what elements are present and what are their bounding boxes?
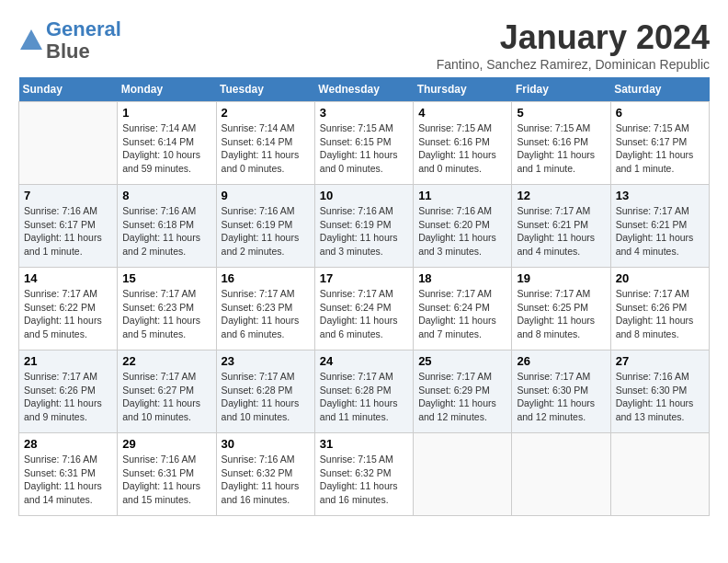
day-info: Sunrise: 7:17 AM Sunset: 6:28 PM Dayligh…	[320, 370, 408, 424]
calendar-cell: 15Sunrise: 7:17 AM Sunset: 6:23 PM Dayli…	[118, 268, 216, 350]
day-number: 10	[320, 189, 408, 202]
day-info: Sunrise: 7:15 AM Sunset: 6:16 PM Dayligh…	[517, 121, 605, 176]
logo: General Blue	[18, 18, 121, 63]
day-info: Sunrise: 7:15 AM Sunset: 6:16 PM Dayligh…	[418, 121, 506, 176]
calendar-cell: 28Sunrise: 7:16 AM Sunset: 6:31 PM Dayli…	[19, 433, 118, 516]
weekday-header-friday: Friday	[512, 77, 610, 102]
weekday-header-saturday: Saturday	[610, 77, 709, 102]
weekday-header-wednesday: Wednesday	[314, 77, 413, 102]
weekday-header-row: SundayMondayTuesdayWednesdayThursdayFrid…	[19, 77, 710, 102]
calendar-cell: 5Sunrise: 7:15 AM Sunset: 6:16 PM Daylig…	[512, 102, 610, 185]
day-info: Sunrise: 7:16 AM Sunset: 6:31 PM Dayligh…	[24, 453, 112, 507]
calendar-cell: 11Sunrise: 7:16 AM Sunset: 6:20 PM Dayli…	[414, 185, 512, 268]
day-number: 29	[122, 437, 210, 451]
day-info: Sunrise: 7:17 AM Sunset: 6:26 PM Dayligh…	[24, 370, 112, 424]
calendar-cell: 25Sunrise: 7:17 AM Sunset: 6:29 PM Dayli…	[414, 350, 512, 433]
day-number: 7	[24, 189, 112, 202]
day-info: Sunrise: 7:16 AM Sunset: 6:19 PM Dayligh…	[320, 204, 408, 259]
svg-marker-0	[20, 29, 42, 50]
calendar-week-row: 14Sunrise: 7:17 AM Sunset: 6:22 PM Dayli…	[19, 268, 710, 350]
calendar-table: SundayMondayTuesdayWednesdayThursdayFrid…	[18, 77, 710, 516]
day-number: 3	[320, 106, 408, 120]
day-info: Sunrise: 7:17 AM Sunset: 6:26 PM Dayligh…	[616, 287, 704, 341]
day-info: Sunrise: 7:15 AM Sunset: 6:32 PM Dayligh…	[320, 453, 408, 507]
day-info: Sunrise: 7:17 AM Sunset: 6:27 PM Dayligh…	[122, 370, 210, 424]
day-number: 2	[222, 106, 310, 120]
calendar-cell: 12Sunrise: 7:17 AM Sunset: 6:21 PM Dayli…	[512, 185, 610, 268]
day-info: Sunrise: 7:15 AM Sunset: 6:15 PM Dayligh…	[320, 121, 408, 176]
logo-icon	[18, 28, 44, 53]
calendar-cell: 21Sunrise: 7:17 AM Sunset: 6:26 PM Dayli…	[19, 350, 118, 433]
day-info: Sunrise: 7:14 AM Sunset: 6:14 PM Dayligh…	[222, 121, 310, 176]
day-number: 31	[320, 437, 408, 451]
calendar-cell: 6Sunrise: 7:15 AM Sunset: 6:17 PM Daylig…	[610, 102, 709, 185]
calendar-cell: 14Sunrise: 7:17 AM Sunset: 6:22 PM Dayli…	[19, 268, 118, 350]
calendar-cell: 29Sunrise: 7:16 AM Sunset: 6:31 PM Dayli…	[118, 433, 216, 516]
day-info: Sunrise: 7:17 AM Sunset: 6:24 PM Dayligh…	[320, 287, 408, 341]
calendar-cell: 17Sunrise: 7:17 AM Sunset: 6:24 PM Dayli…	[314, 268, 413, 350]
calendar-week-row: 28Sunrise: 7:16 AM Sunset: 6:31 PM Dayli…	[19, 433, 710, 516]
day-number: 13	[616, 189, 704, 202]
calendar-cell: 13Sunrise: 7:17 AM Sunset: 6:21 PM Dayli…	[610, 185, 709, 268]
day-number: 5	[517, 106, 605, 120]
calendar-cell: 30Sunrise: 7:16 AM Sunset: 6:32 PM Dayli…	[216, 433, 314, 516]
day-number: 1	[122, 106, 210, 120]
calendar-week-row: 7Sunrise: 7:16 AM Sunset: 6:17 PM Daylig…	[19, 185, 710, 268]
calendar-cell: 31Sunrise: 7:15 AM Sunset: 6:32 PM Dayli…	[314, 433, 413, 516]
calendar-cell: 27Sunrise: 7:16 AM Sunset: 6:30 PM Dayli…	[610, 350, 709, 433]
day-number: 12	[517, 189, 605, 202]
day-number: 24	[320, 354, 408, 368]
day-number: 30	[222, 437, 310, 451]
day-info: Sunrise: 7:16 AM Sunset: 6:31 PM Dayligh…	[122, 453, 210, 507]
calendar-week-row: 1Sunrise: 7:14 AM Sunset: 6:14 PM Daylig…	[19, 102, 710, 185]
day-info: Sunrise: 7:17 AM Sunset: 6:28 PM Dayligh…	[222, 370, 310, 424]
day-number: 21	[24, 354, 112, 368]
day-info: Sunrise: 7:17 AM Sunset: 6:22 PM Dayligh…	[24, 287, 112, 341]
day-number: 17	[320, 271, 408, 285]
day-number: 6	[616, 106, 704, 120]
calendar-week-row: 21Sunrise: 7:17 AM Sunset: 6:26 PM Dayli…	[19, 350, 710, 433]
day-info: Sunrise: 7:14 AM Sunset: 6:14 PM Dayligh…	[122, 121, 210, 176]
location-subtitle: Fantino, Sanchez Ramirez, Dominican Repu…	[437, 57, 710, 72]
day-number: 11	[418, 189, 506, 202]
day-number: 19	[517, 271, 605, 285]
day-number: 23	[222, 354, 310, 368]
calendar-cell: 2Sunrise: 7:14 AM Sunset: 6:14 PM Daylig…	[216, 102, 314, 185]
day-info: Sunrise: 7:17 AM Sunset: 6:23 PM Dayligh…	[222, 287, 310, 341]
calendar-cell	[610, 433, 709, 516]
day-info: Sunrise: 7:17 AM Sunset: 6:21 PM Dayligh…	[616, 204, 704, 259]
day-info: Sunrise: 7:16 AM Sunset: 6:30 PM Dayligh…	[616, 370, 704, 424]
month-title: January 2024	[437, 18, 710, 57]
day-number: 9	[222, 189, 310, 202]
day-info: Sunrise: 7:17 AM Sunset: 6:23 PM Dayligh…	[122, 287, 210, 341]
calendar-cell: 24Sunrise: 7:17 AM Sunset: 6:28 PM Dayli…	[314, 350, 413, 433]
calendar-cell: 26Sunrise: 7:17 AM Sunset: 6:30 PM Dayli…	[512, 350, 610, 433]
logo-text: General Blue	[46, 18, 121, 63]
calendar-cell: 18Sunrise: 7:17 AM Sunset: 6:24 PM Dayli…	[414, 268, 512, 350]
calendar-cell: 1Sunrise: 7:14 AM Sunset: 6:14 PM Daylig…	[118, 102, 216, 185]
calendar-cell: 20Sunrise: 7:17 AM Sunset: 6:26 PM Dayli…	[610, 268, 709, 350]
weekday-header-monday: Monday	[118, 77, 216, 102]
calendar-cell: 7Sunrise: 7:16 AM Sunset: 6:17 PM Daylig…	[19, 185, 118, 268]
day-number: 4	[418, 106, 506, 120]
day-number: 15	[122, 271, 210, 285]
calendar-cell: 10Sunrise: 7:16 AM Sunset: 6:19 PM Dayli…	[314, 185, 413, 268]
calendar-cell: 8Sunrise: 7:16 AM Sunset: 6:18 PM Daylig…	[118, 185, 216, 268]
page-header: General Blue January 2024 Fantino, Sanch…	[18, 18, 710, 72]
day-number: 14	[24, 271, 112, 285]
title-block: January 2024 Fantino, Sanchez Ramirez, D…	[437, 18, 710, 72]
day-number: 27	[616, 354, 704, 368]
calendar-cell: 4Sunrise: 7:15 AM Sunset: 6:16 PM Daylig…	[414, 102, 512, 185]
day-number: 28	[24, 437, 112, 451]
day-info: Sunrise: 7:17 AM Sunset: 6:25 PM Dayligh…	[517, 287, 605, 341]
calendar-cell	[512, 433, 610, 516]
day-info: Sunrise: 7:17 AM Sunset: 6:30 PM Dayligh…	[517, 370, 605, 424]
day-info: Sunrise: 7:16 AM Sunset: 6:20 PM Dayligh…	[418, 204, 506, 259]
day-info: Sunrise: 7:17 AM Sunset: 6:21 PM Dayligh…	[517, 204, 605, 259]
weekday-header-tuesday: Tuesday	[216, 77, 314, 102]
day-info: Sunrise: 7:16 AM Sunset: 6:18 PM Dayligh…	[122, 204, 210, 259]
calendar-cell: 23Sunrise: 7:17 AM Sunset: 6:28 PM Dayli…	[216, 350, 314, 433]
day-info: Sunrise: 7:15 AM Sunset: 6:17 PM Dayligh…	[616, 121, 704, 176]
calendar-cell	[414, 433, 512, 516]
calendar-cell: 22Sunrise: 7:17 AM Sunset: 6:27 PM Dayli…	[118, 350, 216, 433]
